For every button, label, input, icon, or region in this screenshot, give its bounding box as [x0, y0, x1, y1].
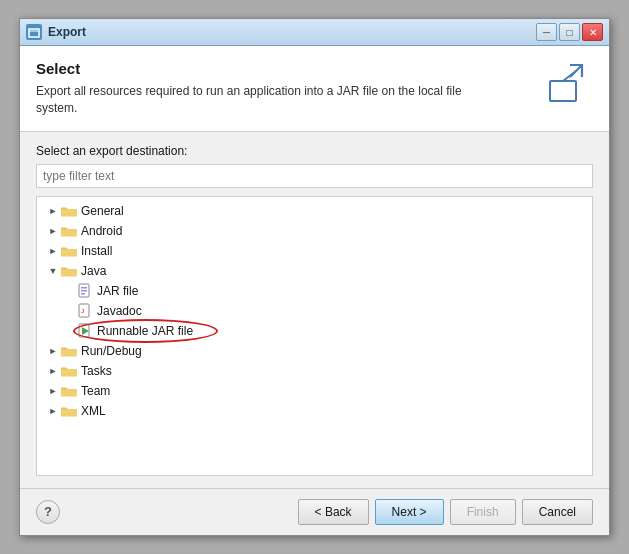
- header-title: Select: [36, 60, 466, 77]
- label-jar-file: JAR file: [97, 284, 138, 298]
- folder-icon-team: [61, 384, 77, 398]
- folder-icon-install: [61, 244, 77, 258]
- arrow-javadoc: [61, 303, 77, 319]
- arrow-team: [45, 383, 61, 399]
- titlebar-controls: ─ □ ✕: [536, 23, 603, 41]
- cancel-button[interactable]: Cancel: [522, 499, 593, 525]
- close-button[interactable]: ✕: [582, 23, 603, 41]
- file-icon-jar: [77, 283, 93, 299]
- svg-rect-7: [81, 290, 87, 292]
- tree-item-tasks[interactable]: Tasks: [37, 361, 592, 381]
- svg-line-4: [563, 71, 576, 81]
- window-title: Export: [48, 25, 86, 39]
- folder-icon-xml: [61, 404, 77, 418]
- tree-item-java[interactable]: Java: [37, 261, 592, 281]
- titlebar-title-group: Export: [26, 24, 86, 40]
- label-javadoc: Javadoc: [97, 304, 142, 318]
- folder-icon-general: [61, 204, 77, 218]
- footer-right: < Back Next > Finish Cancel: [298, 499, 593, 525]
- label-xml: XML: [81, 404, 106, 418]
- arrow-runnable: [61, 323, 77, 339]
- svg-rect-0: [29, 29, 39, 37]
- file-icon-runnable: [77, 323, 93, 339]
- label-install: Install: [81, 244, 112, 258]
- tree-item-jar-file[interactable]: JAR file: [37, 281, 592, 301]
- destination-label: Select an export destination:: [36, 144, 593, 158]
- filter-input[interactable]: [36, 164, 593, 188]
- window-icon: [26, 24, 42, 40]
- svg-text:J: J: [81, 308, 84, 314]
- label-android: Android: [81, 224, 122, 238]
- export-icon: [548, 63, 590, 105]
- tree-item-team[interactable]: Team: [37, 381, 592, 401]
- body-section: Select an export destination: General An: [20, 132, 609, 488]
- header-text: Select Export all resources required to …: [36, 60, 466, 117]
- header-description: Export all resources required to run an …: [36, 83, 466, 117]
- arrow-install: [45, 243, 61, 259]
- next-button[interactable]: Next >: [375, 499, 444, 525]
- titlebar: Export ─ □ ✕: [20, 19, 609, 46]
- maximize-button[interactable]: □: [559, 23, 580, 41]
- label-java: Java: [81, 264, 106, 278]
- tree-item-install[interactable]: Install: [37, 241, 592, 261]
- export-window: Export ─ □ ✕ Select Export all resources…: [19, 18, 610, 536]
- folder-icon-android: [61, 224, 77, 238]
- svg-rect-6: [81, 287, 87, 289]
- arrow-jar: [61, 283, 77, 299]
- tree-item-android[interactable]: Android: [37, 221, 592, 241]
- header-icon: [545, 60, 593, 108]
- folder-icon-run-debug: [61, 344, 77, 358]
- label-tasks: Tasks: [81, 364, 112, 378]
- header-section: Select Export all resources required to …: [20, 46, 609, 132]
- svg-rect-2: [550, 81, 576, 101]
- tree-item-javadoc[interactable]: J Javadoc: [37, 301, 592, 321]
- arrow-general: [45, 203, 61, 219]
- arrow-run-debug: [45, 343, 61, 359]
- label-team: Team: [81, 384, 110, 398]
- tree-item-xml[interactable]: XML: [37, 401, 592, 421]
- footer: ? < Back Next > Finish Cancel: [20, 488, 609, 535]
- tree-item-runnable-jar[interactable]: Runnable JAR file: [37, 321, 592, 341]
- arrow-java: [45, 263, 61, 279]
- finish-button[interactable]: Finish: [450, 499, 516, 525]
- tree-item-general[interactable]: General: [37, 201, 592, 221]
- label-runnable-jar: Runnable JAR file: [97, 324, 193, 338]
- folder-icon-java: [61, 264, 77, 278]
- label-general: General: [81, 204, 124, 218]
- minimize-button[interactable]: ─: [536, 23, 557, 41]
- svg-rect-8: [81, 293, 85, 295]
- help-button[interactable]: ?: [36, 500, 60, 524]
- footer-left: ?: [36, 500, 60, 524]
- tree-container[interactable]: General Android Install: [36, 196, 593, 476]
- arrow-android: [45, 223, 61, 239]
- label-run-debug: Run/Debug: [81, 344, 142, 358]
- tree-item-run-debug[interactable]: Run/Debug: [37, 341, 592, 361]
- file-icon-javadoc: J: [77, 303, 93, 319]
- back-button[interactable]: < Back: [298, 499, 369, 525]
- arrow-xml: [45, 403, 61, 419]
- folder-icon-tasks: [61, 364, 77, 378]
- arrow-tasks: [45, 363, 61, 379]
